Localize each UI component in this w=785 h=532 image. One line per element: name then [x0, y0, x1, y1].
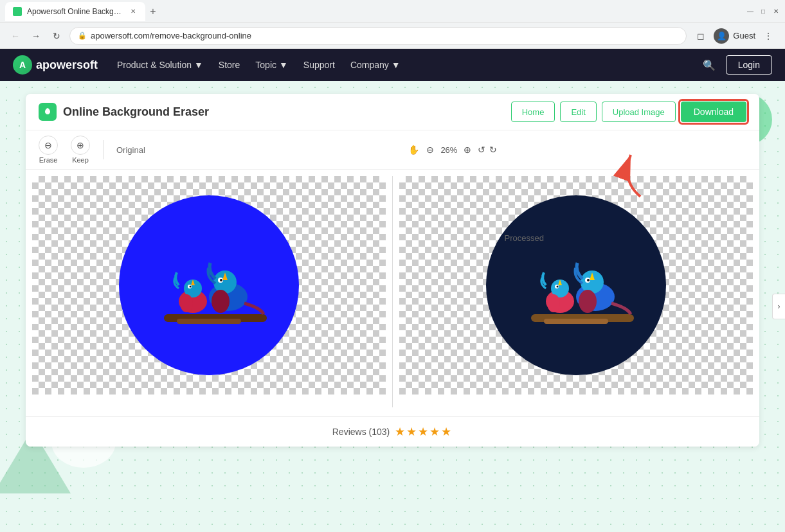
svg-point-12 — [220, 279, 222, 281]
search-icon[interactable]: 🔍 — [703, 59, 716, 71]
toolbar-divider — [103, 140, 104, 159]
app-title: Online Background Eraser — [39, 103, 209, 121]
home-nav-button[interactable]: Home — [511, 102, 555, 122]
nav-item-support[interactable]: Support — [303, 60, 335, 70]
login-button[interactable]: Login — [726, 55, 772, 75]
erase-tool[interactable]: ⊖ Erase — [39, 136, 58, 164]
logo-icon: A — [13, 55, 32, 75]
original-panel — [26, 170, 392, 414]
minimize-button[interactable]: — — [746, 8, 754, 15]
close-window-button[interactable]: ✕ — [772, 8, 780, 15]
original-canvas — [32, 176, 386, 395]
reviews-label: Reviews (103) — [332, 427, 390, 437]
guest-label: Guest — [733, 31, 755, 40]
address-bar[interactable]: 🔒 apowersoft.com/remove-background-onlin… — [69, 27, 687, 45]
processed-canvas — [399, 176, 753, 395]
app-title-text: Online Background Eraser — [63, 105, 209, 119]
tab-title: Apowersoft Online Backgroun... — [27, 7, 123, 16]
svg-point-28 — [557, 286, 559, 288]
keep-label: Keep — [72, 156, 89, 164]
zoom-out-button[interactable]: ⊖ — [424, 143, 437, 156]
forward-button[interactable]: → — [28, 28, 44, 44]
erase-icon: ⊖ — [39, 136, 58, 155]
lock-icon: 🔒 — [78, 31, 87, 40]
editor-toolbar: ⊖ Erase ⊕ Keep Original ✋ ⊖ 26% ⊕ ↺ — [26, 130, 759, 170]
erase-label: Erase — [39, 156, 58, 164]
new-tab-button[interactable]: + — [145, 4, 161, 19]
images-container — [26, 170, 759, 414]
browser-titlebar: Apowersoft Online Backgroun... ✕ + — □ ✕ — [0, 0, 785, 23]
processed-bird-image — [486, 195, 666, 375]
nav-item-topic[interactable]: Topic ▼ — [255, 60, 288, 70]
rotate-left-button[interactable]: ↺ — [478, 145, 485, 155]
zoom-in-button[interactable]: ⊕ — [461, 143, 474, 156]
panel-labels — [26, 414, 759, 416]
svg-point-6 — [180, 294, 193, 312]
app-logo-icon — [39, 103, 57, 121]
keep-tool[interactable]: ⊕ Keep — [71, 136, 90, 164]
user-avatar[interactable]: 👤 — [714, 28, 729, 44]
nav-item-store[interactable]: Store — [219, 60, 240, 70]
edit-nav-button[interactable]: Edit — [560, 102, 596, 122]
logo-text: apowersoft — [36, 58, 98, 72]
collapse-handle[interactable]: › — [772, 294, 785, 319]
maximize-button[interactable]: □ — [759, 8, 767, 15]
svg-rect-2 — [177, 319, 241, 324]
download-button-wrapper: Download — [681, 102, 746, 122]
original-label: Original — [116, 145, 145, 155]
tab-close-button[interactable]: ✕ — [129, 7, 138, 16]
processed-floating-label: Processed — [505, 233, 544, 243]
nav-menu: Product & Solution ▼ Store Topic ▼ Suppo… — [117, 60, 683, 70]
browser-addressbar: ← → ↻ 🔒 apowersoft.com/remove-background… — [0, 23, 785, 49]
url-text: apowersoft.com/remove-background-online — [91, 31, 251, 40]
svg-point-10 — [212, 290, 230, 313]
zoom-controls: ✋ ⊖ 26% ⊕ ↺ ↻ — [407, 143, 497, 156]
dropdown-icon: ▼ — [194, 60, 203, 70]
svg-point-26 — [587, 279, 590, 281]
rotate-right-button[interactable]: ↻ — [489, 145, 497, 155]
upload-image-button[interactable]: Upload Image — [602, 102, 676, 122]
site-content: Online Background Eraser Home Edit Uploa… — [0, 81, 785, 532]
svg-point-24 — [579, 290, 597, 313]
svg-rect-16 — [544, 319, 608, 324]
site-logo[interactable]: A apowersoft — [13, 55, 98, 75]
star-rating: ★★★★★ — [395, 425, 453, 439]
download-button[interactable]: Download — [681, 102, 746, 122]
tab-favicon — [13, 7, 22, 16]
dropdown-icon: ▼ — [279, 60, 288, 70]
window-controls: — □ ✕ — [746, 8, 780, 15]
app-bar: Online Background Eraser Home Edit Uploa… — [26, 94, 759, 130]
svg-point-14 — [190, 286, 192, 288]
nav-item-company[interactable]: Company ▼ — [350, 60, 401, 70]
nav-item-product[interactable]: Product & Solution ▼ — [117, 60, 203, 70]
original-bird-image — [119, 195, 299, 375]
site-navigation: A apowersoft Product & Solution ▼ Store … — [0, 49, 785, 81]
app-nav-buttons: Home Edit Upload Image Download — [511, 102, 746, 122]
browser-actions: ◻ 👤 Guest ⋮ — [692, 27, 777, 45]
keep-icon: ⊕ — [71, 136, 90, 155]
zoom-level: 26% — [440, 145, 457, 155]
extensions-button[interactable]: ◻ — [692, 27, 710, 45]
back-button[interactable]: ← — [8, 28, 23, 44]
hand-tool[interactable]: ✋ — [407, 143, 420, 156]
dropdown-icon: ▼ — [392, 60, 401, 70]
menu-button[interactable]: ⋮ — [759, 27, 777, 45]
reviews-bar: Reviews (103) ★★★★★ — [26, 416, 759, 447]
processed-panel — [393, 170, 759, 414]
app-container: Online Background Eraser Home Edit Uploa… — [26, 94, 759, 447]
reload-button[interactable]: ↻ — [49, 28, 64, 44]
svg-point-20 — [547, 294, 560, 312]
browser-tab[interactable]: Apowersoft Online Backgroun... ✕ — [5, 2, 145, 21]
nav-right: 🔍 Login — [703, 55, 772, 75]
